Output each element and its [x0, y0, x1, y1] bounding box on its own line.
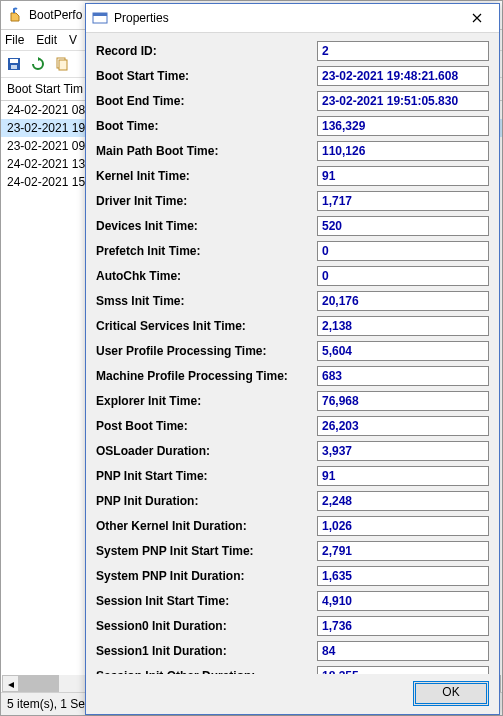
property-value[interactable]: 2	[317, 41, 489, 61]
svg-rect-2	[11, 65, 17, 69]
property-row: Post Boot Time:26,203	[96, 413, 489, 438]
button-row: OK	[413, 681, 489, 706]
property-label: PNP Init Start Time:	[96, 469, 317, 483]
property-row: Kernel Init Time:91	[96, 163, 489, 188]
property-value[interactable]: 1,717	[317, 191, 489, 211]
property-value[interactable]: 2,248	[317, 491, 489, 511]
property-row: Session Init Start Time:4,910	[96, 588, 489, 613]
properties-window: Properties Record ID:2Boot Start Time:23…	[85, 3, 500, 715]
properties-icon	[92, 10, 108, 26]
property-label: Driver Init Time:	[96, 194, 317, 208]
property-row: Session0 Init Duration:1,736	[96, 613, 489, 638]
property-label: AutoChk Time:	[96, 269, 317, 283]
property-row: Session Init Other Duration:18,355	[96, 663, 489, 674]
property-row: Boot Start Time:23-02-2021 19:48:21.608	[96, 63, 489, 88]
property-label: System PNP Init Duration:	[96, 569, 317, 583]
property-label: OSLoader Duration:	[96, 444, 317, 458]
property-label: Machine Profile Processing Time:	[96, 369, 317, 383]
property-value[interactable]: 110,126	[317, 141, 489, 161]
property-label: Explorer Init Time:	[96, 394, 317, 408]
property-row: Prefetch Init Time:0	[96, 238, 489, 263]
property-label: Session1 Init Duration:	[96, 644, 317, 658]
property-value[interactable]: 1,026	[317, 516, 489, 536]
property-value[interactable]: 20,176	[317, 291, 489, 311]
property-value[interactable]: 520	[317, 216, 489, 236]
property-row: Driver Init Time:1,717	[96, 188, 489, 213]
property-label: User Profile Processing Time:	[96, 344, 317, 358]
svg-rect-6	[93, 13, 107, 16]
property-row: Boot End Time:23-02-2021 19:51:05.830	[96, 88, 489, 113]
property-row: User Profile Processing Time:5,604	[96, 338, 489, 363]
property-row: System PNP Init Start Time:2,791	[96, 538, 489, 563]
property-row: Record ID:2	[96, 38, 489, 63]
menu-file[interactable]: File	[5, 33, 24, 47]
menu-view[interactable]: V	[69, 33, 77, 47]
property-value[interactable]: 26,203	[317, 416, 489, 436]
scroll-thumb[interactable]	[19, 675, 59, 692]
property-row: System PNP Init Duration:1,635	[96, 563, 489, 588]
property-row: Machine Profile Processing Time:683	[96, 363, 489, 388]
property-label: Boot Time:	[96, 119, 317, 133]
properties-body: Record ID:2Boot Start Time:23-02-2021 19…	[96, 38, 489, 674]
property-label: Session0 Init Duration:	[96, 619, 317, 633]
scroll-left-arrow-icon[interactable]: ◂	[2, 675, 19, 692]
refresh-icon[interactable]	[29, 55, 47, 73]
property-row: Main Path Boot Time:110,126	[96, 138, 489, 163]
property-row: Other Kernel Init Duration:1,026	[96, 513, 489, 538]
property-value[interactable]: 3,937	[317, 441, 489, 461]
property-label: Session Init Other Duration:	[96, 669, 317, 675]
property-row: Explorer Init Time:76,968	[96, 388, 489, 413]
property-value[interactable]: 84	[317, 641, 489, 661]
property-value[interactable]: 0	[317, 241, 489, 261]
property-label: Critical Services Init Time:	[96, 319, 317, 333]
property-value[interactable]: 91	[317, 166, 489, 186]
property-value[interactable]: 4,910	[317, 591, 489, 611]
copy-icon[interactable]	[53, 55, 71, 73]
property-label: Other Kernel Init Duration:	[96, 519, 317, 533]
property-label: Prefetch Init Time:	[96, 244, 317, 258]
property-row: OSLoader Duration:3,937	[96, 438, 489, 463]
property-label: Kernel Init Time:	[96, 169, 317, 183]
property-label: Post Boot Time:	[96, 419, 317, 433]
property-label: Boot Start Time:	[96, 69, 317, 83]
list-header-label: Boot Start Tim	[7, 82, 83, 96]
property-row: PNP Init Start Time:91	[96, 463, 489, 488]
save-icon[interactable]	[5, 55, 23, 73]
property-value[interactable]: 5,604	[317, 341, 489, 361]
property-value[interactable]: 76,968	[317, 391, 489, 411]
svg-rect-1	[10, 59, 18, 63]
property-label: Boot End Time:	[96, 94, 317, 108]
property-value[interactable]: 23-02-2021 19:51:05.830	[317, 91, 489, 111]
property-value[interactable]: 1,635	[317, 566, 489, 586]
property-row: Session1 Init Duration:84	[96, 638, 489, 663]
property-label: Smss Init Time:	[96, 294, 317, 308]
property-row: Critical Services Init Time:2,138	[96, 313, 489, 338]
menu-edit[interactable]: Edit	[36, 33, 57, 47]
property-label: Devices Init Time:	[96, 219, 317, 233]
property-value[interactable]: 683	[317, 366, 489, 386]
property-value[interactable]: 136,329	[317, 116, 489, 136]
status-text: 5 item(s), 1 Sele	[7, 697, 94, 711]
property-value[interactable]: 1,736	[317, 616, 489, 636]
property-row: AutoChk Time:0	[96, 263, 489, 288]
property-value[interactable]: 0	[317, 266, 489, 286]
property-value[interactable]: 2,791	[317, 541, 489, 561]
property-row: Devices Init Time:520	[96, 213, 489, 238]
property-value[interactable]: 91	[317, 466, 489, 486]
property-label: System PNP Init Start Time:	[96, 544, 317, 558]
property-row: PNP Init Duration:2,248	[96, 488, 489, 513]
property-row: Smss Init Time:20,176	[96, 288, 489, 313]
ok-button[interactable]: OK	[413, 681, 489, 706]
property-label: Session Init Start Time:	[96, 594, 317, 608]
property-label: PNP Init Duration:	[96, 494, 317, 508]
properties-title: Properties	[114, 11, 455, 25]
properties-titlebar[interactable]: Properties	[86, 4, 499, 33]
close-icon[interactable]	[455, 4, 499, 32]
property-label: Record ID:	[96, 44, 317, 58]
app-icon	[7, 7, 23, 23]
property-value[interactable]: 18,355	[317, 666, 489, 675]
property-value[interactable]: 2,138	[317, 316, 489, 336]
property-label: Main Path Boot Time:	[96, 144, 317, 158]
property-value[interactable]: 23-02-2021 19:48:21.608	[317, 66, 489, 86]
property-row: Boot Time:136,329	[96, 113, 489, 138]
